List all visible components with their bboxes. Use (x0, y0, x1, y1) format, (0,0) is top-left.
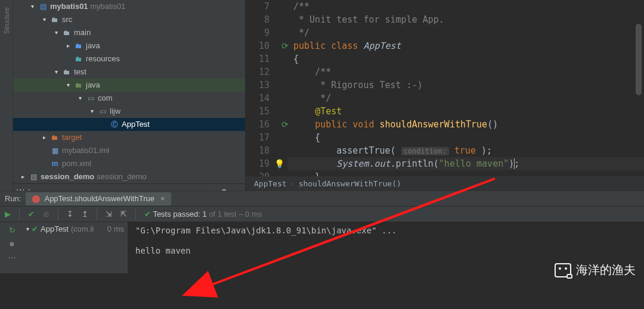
stop-button[interactable]: ■ (10, 239, 14, 248)
sort-icon[interactable]: ↧ (67, 210, 73, 219)
code-text: { (293, 132, 320, 143)
breadcrumb-class[interactable]: AppTest (254, 179, 287, 188)
chevron-right-icon[interactable]: ▸ (41, 131, 48, 144)
tree-main[interactable]: ▾ 🖿 main (13, 26, 245, 39)
tree-label: test (74, 65, 86, 79)
tree-pkg-com[interactable]: ▾ ▭ com (13, 92, 245, 105)
scrollbar-thumb[interactable] (636, 24, 642, 95)
run-tab-label: AppTest.shouldAnswerWithTrue (44, 194, 154, 203)
show-passed-toggle[interactable]: ✔ (28, 210, 35, 219)
tree-label: session_demo (41, 172, 94, 181)
watermark-text: 海洋的渔夫 (576, 262, 636, 278)
toggle-button[interactable]: ⋯ (8, 253, 16, 262)
collapse-icon[interactable]: ⇱ (120, 210, 127, 219)
editor-scrollbar[interactable] (636, 0, 642, 176)
tree-main-resources[interactable]: 🖿 resources (13, 52, 245, 65)
tree-hint: session_demo (97, 172, 147, 181)
code-text: AppTest (363, 40, 401, 51)
wechat-icon (555, 263, 571, 277)
code-text: */ (293, 93, 331, 104)
chevron-down-icon[interactable]: ▾ (52, 26, 60, 39)
line-number[interactable]: 9 (246, 26, 270, 39)
close-icon[interactable]: × (160, 194, 165, 203)
tree-label: lijw (110, 105, 120, 118)
chevron-right-icon[interactable]: ▸ (64, 39, 72, 52)
chevron-down-icon[interactable]: ▾ (26, 226, 29, 232)
chevron-down-icon[interactable]: ▾ (64, 79, 72, 92)
tree-label: pom.xml (62, 157, 91, 170)
show-ignored-toggle[interactable]: ⊘ (43, 210, 49, 219)
rerun-button[interactable]: ▶ (5, 210, 11, 219)
code-area[interactable]: /** * Unit test for simple App. */ publi… (287, 0, 644, 191)
editor[interactable]: 7 8 9 10 11 12 13 14 15 16 17 18 19 20 ⟳… (246, 0, 644, 191)
line-number-gutter[interactable]: 7 8 9 10 11 12 13 14 15 16 17 18 19 20 (246, 0, 275, 191)
line-number[interactable]: 14 (246, 92, 270, 105)
chevron-down-icon[interactable]: ▾ (52, 65, 60, 79)
test-node-pkg: (com.li (71, 224, 94, 233)
rerun-failed-button[interactable]: ↻ (9, 226, 16, 235)
check-icon: ✔ (32, 224, 38, 233)
code-text: "hello maven" (439, 158, 509, 169)
expand-icon[interactable]: ⇤ (200, 188, 207, 191)
code-text: class (331, 40, 358, 51)
run-label: Run: (5, 194, 21, 203)
line-number[interactable]: 7 (246, 0, 270, 13)
line-number[interactable]: 8 (246, 13, 270, 26)
code-text: .out. (369, 158, 395, 169)
expand-icon[interactable]: ⇲ (106, 210, 112, 219)
tree-pkg-lijw[interactable]: ▾ ▭ lijw (13, 105, 245, 118)
tree-pom[interactable]: m pom.xml (13, 157, 245, 170)
tree-src[interactable]: ▾ 🖿 src (13, 13, 245, 26)
marker-gutter[interactable]: ⟳ ⟳ 💡 (275, 0, 287, 191)
line-number[interactable]: 13 (246, 79, 270, 92)
chevron-down-icon[interactable]: ▾ (41, 13, 48, 26)
folder-icon: 🖿 (62, 28, 72, 38)
test-node[interactable]: AppTest (41, 224, 69, 233)
folder-icon: 🖿 (62, 67, 72, 77)
sort-icon[interactable]: ↥ (82, 210, 88, 219)
line-number[interactable]: 15 (246, 105, 270, 118)
tree-module[interactable]: ▾ ▤ mybatis01 mybatis01 (13, 0, 245, 13)
package-icon: ▭ (86, 93, 95, 103)
line-number[interactable]: 19 (246, 157, 270, 170)
console-line: hello maven (135, 246, 637, 255)
intention-bulb-icon[interactable]: 💡 (274, 157, 284, 170)
tree-label: java (86, 39, 100, 52)
tree-label: com (98, 92, 113, 105)
project-tree[interactable]: ▾ ▤ mybatis01 mybatis01 ▾ 🖿 src ▾ 🖿 main… (13, 0, 246, 191)
line-number[interactable]: 11 (246, 52, 270, 65)
hide-icon[interactable]: — (234, 188, 242, 191)
test-tree[interactable]: ▾ ✔ AppTest (com.li 0 ms (24, 222, 128, 273)
tree-target[interactable]: ▸ 🖿 target (13, 131, 245, 144)
line-number[interactable]: 16 (246, 118, 270, 131)
line-number[interactable]: 12 (246, 65, 270, 79)
line-number[interactable]: 17 (246, 131, 270, 144)
tree-class-apptest[interactable]: Ⓒ AppTest (13, 118, 245, 131)
line-number[interactable]: 10 (246, 39, 270, 52)
gear-icon[interactable]: ⚙ (221, 188, 228, 191)
structure-rail-label[interactable]: Structure (3, 7, 10, 34)
line-number[interactable]: 18 (246, 144, 270, 157)
chevron-right-icon[interactable]: ▸ (19, 170, 26, 183)
tree-session-demo[interactable]: ▸ ▤ session_demo session_demo (13, 170, 245, 183)
chevron-down-icon[interactable]: ▾ (76, 92, 83, 105)
editor-breadcrumb[interactable]: AppTest › shouldAnswerWithTrue() (246, 176, 644, 191)
breadcrumb-method[interactable]: shouldAnswerWithTrue() (299, 179, 401, 188)
chevron-down-icon[interactable]: ▾ (29, 0, 36, 13)
tree-main-java[interactable]: ▸ 🖿 java (13, 39, 245, 52)
tree-label: AppTest (122, 118, 150, 131)
code-text: public (315, 119, 347, 130)
tree-test[interactable]: ▾ 🖿 test (13, 65, 245, 79)
class-icon: Ⓒ (110, 120, 119, 129)
excluded-folder-icon: 🖿 (50, 133, 60, 142)
run-left-rail: ↻ ■ ⋯ (0, 222, 24, 273)
tree-label: main (74, 26, 91, 39)
tree-label: java (86, 79, 100, 92)
tree-test-java[interactable]: ▾ 🖿 java (13, 79, 245, 92)
chevron-down-icon[interactable]: ▾ (88, 105, 95, 118)
collapse-icon[interactable]: ⇥ (188, 188, 194, 191)
code-text: assertTrue (336, 145, 390, 156)
tree-iml[interactable]: ▦ mybatis01.iml (13, 144, 245, 157)
chevron-right-icon: › (290, 179, 295, 188)
run-tab[interactable]: ⬤ AppTest.shouldAnswerWithTrue × (26, 192, 171, 205)
